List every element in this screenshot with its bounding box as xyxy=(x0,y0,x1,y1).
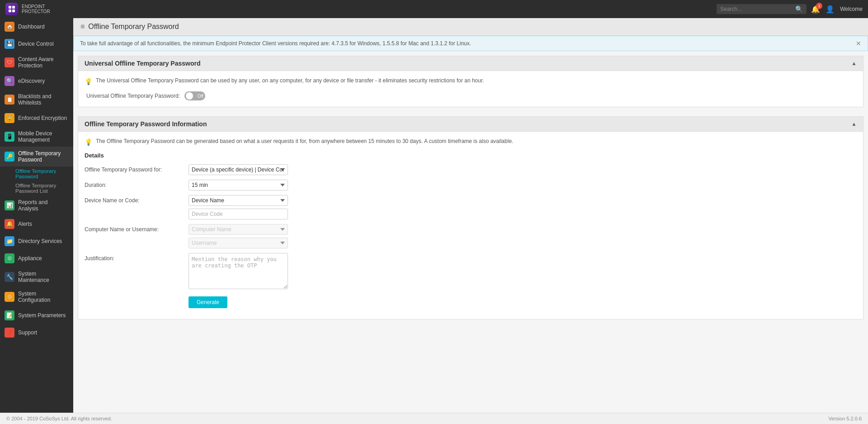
topbar-right: 🔍 🔔 1 👤 Welcome xyxy=(717,4,863,14)
sidebar-item-alerts[interactable]: 🔔 Alerts xyxy=(0,215,73,233)
otp-for-control: Device (a specific device) | Device Cont… xyxy=(189,164,288,175)
otp-info-title: Offline Temporary Password Information xyxy=(85,120,207,128)
sidebar-label-otp: Offline Temporary Password xyxy=(18,150,69,163)
sidebar-item-device-control[interactable]: 💾 Device Control xyxy=(0,35,73,52)
svg-rect-2 xyxy=(9,10,11,12)
duration-label: Duration: xyxy=(85,180,184,188)
justification-textarea[interactable] xyxy=(189,253,288,289)
sidebar-label-reports: Reports and Analysis xyxy=(18,199,69,212)
notification-icon[interactable]: 🔔 1 xyxy=(811,5,820,14)
info-bulb-icon: 💡 xyxy=(85,78,92,85)
sidebar-label-content-aware: Content Aware Protection xyxy=(18,56,69,69)
sysconfig-icon: ⚙ xyxy=(5,292,14,302)
sidebar-label-blacklists: Blacklists and Whitelists xyxy=(18,93,69,106)
sidebar-label-sysconfig: System Configuration xyxy=(18,291,69,303)
sidebar-item-reports[interactable]: 📊 Reports and Analysis xyxy=(0,195,73,215)
username-select[interactable]: Username xyxy=(189,238,288,248)
sidebar-sub-otp-list[interactable]: Offline Temporary Password List xyxy=(0,181,73,195)
page-header-icon: ≡ xyxy=(80,23,85,31)
sidebar-item-appliance[interactable]: ⚙ Appliance xyxy=(0,250,73,267)
universal-otp-section: Universal Offline Temporary Password ▲ 💡… xyxy=(78,56,863,107)
sidebar-sub-otp-main[interactable]: Offline Temporary Password xyxy=(0,167,73,181)
sidebar-label-ediscovery: eDiscovery xyxy=(18,78,45,84)
otp-info-body: 💡 The Offline Temporary Password can be … xyxy=(78,132,863,319)
page-title: Offline Temporary Password xyxy=(88,23,179,31)
sidebar: 🏠 Dashboard 💾 Device Control 🛡 Content A… xyxy=(0,18,73,413)
alerts-icon: 🔔 xyxy=(5,219,14,229)
device-label: Device Name or Code: xyxy=(85,195,184,204)
computer-name-select[interactable]: Computer Name xyxy=(189,224,288,235)
computer-row: Computer Name or Username: Computer Name… xyxy=(85,224,857,248)
otp-info-description-text: The Offline Temporary Password can be ge… xyxy=(96,138,513,144)
sidebar-item-otp[interactable]: 🔑 Offline Temporary Password xyxy=(0,147,73,167)
sidebar-item-maintenance[interactable]: 🔧 System Maintenance xyxy=(0,267,73,287)
support-icon: ❓ xyxy=(5,328,14,338)
search-box[interactable]: 🔍 xyxy=(717,4,807,14)
search-input[interactable] xyxy=(720,6,793,12)
sidebar-label-device-control: Device Control xyxy=(18,41,54,47)
universal-otp-header[interactable]: Universal Offline Temporary Password ▲ xyxy=(78,56,863,71)
generate-control: Generate xyxy=(189,294,288,308)
sidebar-item-blacklists[interactable]: 📋 Blacklists and Whitelists xyxy=(0,90,73,110)
maintenance-icon: 🔧 xyxy=(5,272,14,282)
sidebar-item-params[interactable]: 📝 System Parameters xyxy=(0,307,73,324)
sidebar-label-dashboard: Dashboard xyxy=(18,24,45,30)
mobile-icon: 📱 xyxy=(5,132,14,142)
duration-select[interactable]: 15 min30 min1 hour2 hours4 hours8 hours1… xyxy=(189,180,288,191)
sidebar-item-content-aware[interactable]: 🛡 Content Aware Protection xyxy=(0,52,73,72)
otp-info-description: 💡 The Offline Temporary Password can be … xyxy=(85,138,857,146)
content-aware-icon: 🛡 xyxy=(5,57,14,67)
otp-info-collapse-icon[interactable]: ▲ xyxy=(851,121,857,127)
sidebar-item-support[interactable]: ❓ Support xyxy=(0,324,73,341)
generate-button[interactable]: Generate xyxy=(189,296,227,308)
appliance-icon: ⚙ xyxy=(5,253,14,263)
otp-info-bulb-icon: 💡 xyxy=(85,138,92,146)
footer-version: Version 5.2.0.6 xyxy=(829,416,862,421)
sidebar-label-params: System Parameters xyxy=(18,312,66,319)
user-icon[interactable]: 👤 xyxy=(826,5,835,14)
justification-row: Justification: xyxy=(85,253,857,289)
footer: © 2004 - 2019 CoSoSys Ltd. All rights re… xyxy=(0,413,868,424)
dashboard-icon: 🏠 xyxy=(5,22,14,32)
sidebar-label-appliance: Appliance xyxy=(18,255,42,262)
sidebar-label-mobile: Mobile Device Management xyxy=(18,130,69,143)
svg-rect-1 xyxy=(12,6,15,9)
sidebar-item-sysconfig[interactable]: ⚙ System Configuration xyxy=(0,287,73,307)
universal-otp-collapse-icon[interactable]: ▲ xyxy=(851,60,857,67)
footer-copyright: © 2004 - 2019 CoSoSys Ltd. All rights re… xyxy=(6,416,112,421)
ediscovery-icon: 🔍 xyxy=(5,76,14,86)
otp-for-select[interactable]: Device (a specific device) | Device Cont… xyxy=(189,164,288,175)
computer-control: Computer Name Username xyxy=(189,224,288,248)
page-header: ≡ Offline Temporary Password xyxy=(73,18,868,36)
otp-for-row: Offline Temporary Password for: Device (… xyxy=(85,164,857,175)
justification-label: Justification: xyxy=(85,253,184,262)
sidebar-item-dashboard[interactable]: 🏠 Dashboard xyxy=(0,18,73,35)
sidebar-label-maintenance: System Maintenance xyxy=(18,271,69,283)
device-control: Device Name xyxy=(189,195,288,219)
justification-control xyxy=(189,253,288,289)
generate-row: Generate xyxy=(85,294,857,308)
logo-text: ENDPOINT PROTECTOR xyxy=(22,4,50,14)
sidebar-item-ediscovery[interactable]: 🔍 eDiscovery xyxy=(0,72,73,90)
info-bar-text: To take full advantage of all functional… xyxy=(80,40,471,47)
logo-icon xyxy=(5,3,18,15)
device-code-input[interactable] xyxy=(189,209,288,219)
search-icon[interactable]: 🔍 xyxy=(795,5,803,13)
sidebar-label-directory: Directory Services xyxy=(18,238,62,244)
sidebar-item-mobile[interactable]: 📱 Mobile Device Management xyxy=(0,127,73,147)
sidebar-item-directory[interactable]: 📁 Directory Services xyxy=(0,233,73,250)
info-close-button[interactable]: ✕ xyxy=(856,40,861,47)
reports-icon: 📊 xyxy=(5,200,14,210)
device-name-select[interactable]: Device Name xyxy=(189,195,288,206)
toggle-row: Universal Offline Temporary Password: Of… xyxy=(85,91,857,100)
universal-otp-info: 💡 The Universal Offline Temporary Passwo… xyxy=(85,77,857,85)
sidebar-label-alerts: Alerts xyxy=(18,221,32,227)
toggle-label: Universal Offline Temporary Password: xyxy=(86,93,180,99)
directory-icon: 📁 xyxy=(5,236,14,246)
otp-info-header[interactable]: Offline Temporary Password Information ▲ xyxy=(78,117,863,132)
sidebar-label-encryption: Enforced Encryption xyxy=(18,115,67,121)
universal-otp-toggle[interactable]: Off xyxy=(184,91,205,100)
sidebar-item-encryption[interactable]: 🔒 Enforced Encryption xyxy=(0,110,73,127)
info-bar: To take full advantage of all functional… xyxy=(73,36,868,51)
duration-row: Duration: 15 min30 min1 hour2 hours4 hou… xyxy=(85,180,857,191)
